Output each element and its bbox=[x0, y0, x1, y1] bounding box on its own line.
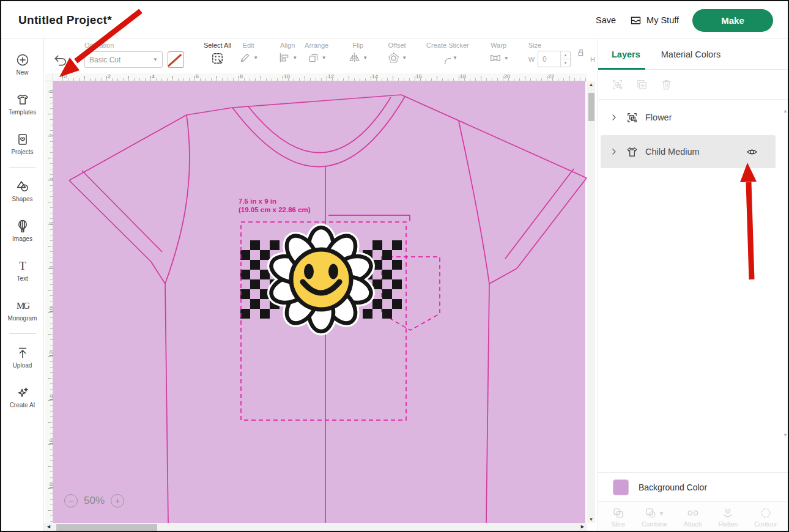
design-canvas[interactable]: 7.5 in x 9 in (19.05 cm x 22.86 cm) bbox=[53, 81, 587, 523]
tab-layers[interactable]: Layers bbox=[612, 39, 640, 69]
selection-dimensions-cm: (19.05 cm x 22.86 cm) bbox=[239, 206, 311, 213]
layer-row-child-medium[interactable]: Child Medium bbox=[601, 135, 776, 168]
chevron-down-icon: ▼ bbox=[504, 56, 509, 61]
operation-label: Operation bbox=[84, 42, 114, 50]
ruler-horizontal: 0246810121416182022 bbox=[53, 73, 587, 81]
chevron-down-icon: ▼ bbox=[153, 57, 158, 62]
attach-icon bbox=[686, 506, 700, 520]
monogram-icon: MG bbox=[15, 298, 30, 313]
save-button[interactable]: Save bbox=[596, 15, 616, 25]
arrange-button[interactable]: Arrange ▼ bbox=[301, 39, 332, 73]
duplicate-icon[interactable] bbox=[635, 78, 649, 92]
pencil-icon bbox=[239, 51, 251, 64]
zoom-control: − 50% + bbox=[64, 494, 124, 508]
material-color-swatch[interactable] bbox=[168, 51, 184, 68]
flip-button[interactable]: Flip ▼ bbox=[344, 39, 371, 73]
slice-button[interactable]: Slice bbox=[611, 506, 625, 528]
project-title[interactable]: Untitled Project* bbox=[18, 13, 112, 27]
sticker-icon bbox=[438, 51, 451, 64]
sidebar-item-monogram[interactable]: MG Monogram bbox=[1, 298, 43, 322]
contour-button[interactable]: Contour bbox=[754, 506, 777, 528]
offset-button[interactable]: Offset ▼ bbox=[383, 39, 410, 73]
create-ai-icon bbox=[15, 385, 30, 400]
horizontal-scrollbar[interactable]: ◄ ► bbox=[44, 523, 587, 532]
undo-icon bbox=[53, 53, 69, 68]
select-all-icon bbox=[210, 51, 224, 65]
vertical-scrollbar[interactable]: ▲ ▼ bbox=[587, 81, 595, 523]
edit-button[interactable]: Edit ▼ bbox=[235, 39, 262, 73]
chevron-down-icon: ▼ bbox=[453, 55, 457, 61]
contour-icon bbox=[759, 506, 772, 520]
align-icon bbox=[278, 51, 291, 64]
sidebar-item-projects[interactable]: Projects bbox=[1, 132, 43, 155]
list-scroll-down-icon[interactable]: ▼ bbox=[783, 432, 788, 438]
width-input[interactable]: 0 ▲▼ bbox=[538, 51, 571, 67]
flip-icon bbox=[348, 51, 361, 64]
scroll-left-arrow[interactable]: ◄ bbox=[46, 523, 51, 530]
group-icon bbox=[625, 111, 639, 125]
align-button[interactable]: Align ▼ bbox=[274, 39, 301, 73]
warp-button[interactable]: Warp ▼ bbox=[485, 39, 513, 73]
layer-actions-bar: Slice ▼ Combine Attach bbox=[598, 501, 789, 532]
zoom-in-button[interactable]: + bbox=[111, 494, 124, 508]
vertical-scroll-thumb[interactable] bbox=[588, 93, 595, 121]
panel-tabs: Layers Material Colors bbox=[598, 39, 789, 70]
background-color-swatch[interactable] bbox=[613, 479, 629, 495]
images-icon bbox=[15, 219, 30, 234]
sidebar-item-create-ai[interactable]: Create AI bbox=[1, 385, 43, 408]
eye-icon[interactable] bbox=[746, 146, 758, 158]
combine-button[interactable]: ▼ Combine bbox=[642, 506, 667, 528]
chevron-down-icon: ▼ bbox=[363, 55, 368, 61]
horizontal-scroll-thumb[interactable] bbox=[56, 524, 157, 531]
chevron-right-icon[interactable] bbox=[610, 148, 618, 155]
width-stepper[interactable]: ▲▼ bbox=[560, 51, 570, 67]
undo-button[interactable] bbox=[53, 48, 69, 73]
slice-icon bbox=[612, 506, 625, 520]
shapes-icon bbox=[15, 179, 30, 194]
background-color-label: Background Color bbox=[639, 482, 707, 492]
trash-icon[interactable] bbox=[659, 78, 673, 92]
scroll-right-arrow[interactable]: ► bbox=[580, 523, 585, 530]
layer-row-flower[interactable]: Flower bbox=[601, 102, 776, 133]
scroll-up-arrow[interactable]: ▲ bbox=[587, 82, 595, 87]
zoom-out-button[interactable]: − bbox=[64, 494, 78, 508]
chevron-down-icon: ▼ bbox=[292, 55, 297, 61]
smiley-eye-left bbox=[304, 264, 314, 279]
sidebar-divider bbox=[9, 333, 36, 334]
tab-material-colors[interactable]: Material Colors bbox=[661, 39, 721, 69]
sidebar-item-images[interactable]: Images bbox=[1, 219, 43, 242]
svg-text:T: T bbox=[19, 259, 26, 272]
flatten-button[interactable]: Flatten bbox=[718, 506, 738, 528]
offset-icon bbox=[387, 51, 400, 64]
list-scroll-up-icon[interactable]: ▲ bbox=[783, 108, 788, 114]
inbox-icon bbox=[629, 14, 642, 27]
new-icon bbox=[15, 53, 30, 67]
operation-select[interactable]: Basic Cut ▼ bbox=[84, 51, 163, 68]
smiley-face bbox=[291, 249, 351, 309]
arrange-icon bbox=[307, 51, 320, 64]
create-sticker-button[interactable]: Create Sticker ▼ bbox=[423, 39, 473, 73]
chevron-down-icon: ▼ bbox=[253, 55, 258, 61]
sidebar-item-new[interactable]: New bbox=[1, 53, 43, 76]
background-color-row: Background Color bbox=[598, 472, 789, 501]
projects-icon bbox=[15, 132, 30, 147]
zoom-level: 50% bbox=[84, 495, 105, 507]
make-button[interactable]: Make bbox=[692, 9, 773, 32]
ruler-corner bbox=[45, 73, 53, 81]
attach-button[interactable]: Attach bbox=[684, 506, 702, 528]
group-layers-icon[interactable] bbox=[610, 78, 624, 92]
sidebar-item-text[interactable]: T Text bbox=[1, 259, 43, 282]
size-label: Size bbox=[528, 42, 541, 50]
flatten-icon bbox=[721, 506, 735, 520]
chevron-right-icon[interactable] bbox=[610, 114, 618, 121]
sidebar-item-upload[interactable]: Upload bbox=[1, 345, 43, 369]
svg-text:MG: MG bbox=[17, 301, 30, 311]
my-stuff-button[interactable]: My Stuff bbox=[629, 14, 679, 27]
select-all-button[interactable]: Select All bbox=[200, 39, 235, 73]
sidebar-item-shapes[interactable]: Shapes bbox=[1, 179, 43, 202]
sidebar-item-templates[interactable]: Templates bbox=[1, 92, 43, 116]
layer-toolbar bbox=[598, 70, 789, 100]
unlock-icon[interactable] bbox=[575, 47, 586, 58]
layers-panel: Layers Material Colors ▲ bbox=[598, 39, 789, 532]
scroll-down-arrow[interactable]: ▼ bbox=[587, 517, 595, 522]
